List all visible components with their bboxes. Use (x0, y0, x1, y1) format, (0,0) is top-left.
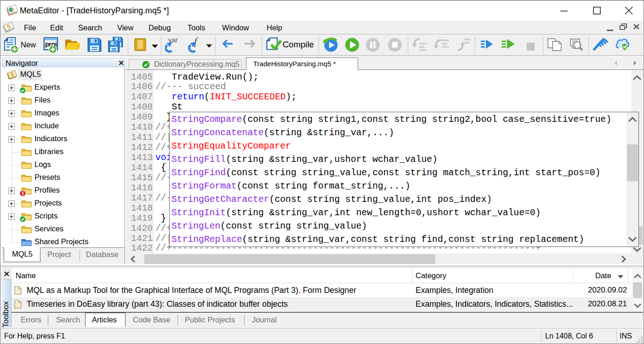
svg-text:f: f (194, 36, 199, 47)
